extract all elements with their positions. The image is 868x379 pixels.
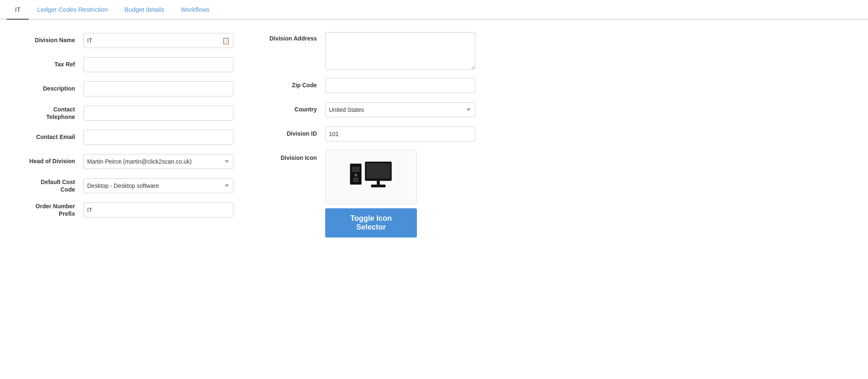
description-input[interactable] — [83, 81, 233, 96]
tab-ledger-codes[interactable]: Ledger Codes Restriction — [29, 0, 116, 19]
order-number-prefix-label: Order NumberPrefix — [17, 202, 83, 217]
zip-code-input[interactable] — [325, 78, 475, 93]
order-number-prefix-row: Order NumberPrefix — [17, 202, 233, 218]
zip-code-row: Zip Code — [258, 77, 475, 94]
contact-email-row: Contact Email — [17, 129, 233, 146]
division-icon-label: Division Icon — [258, 150, 325, 162]
zip-code-label: Zip Code — [258, 81, 325, 90]
right-column: Division Address Zip Code Country United… — [258, 32, 475, 245]
head-of-division-select[interactable]: Martin Peirce (martin@click2scan.co.uk) — [83, 154, 233, 169]
contact-email-input[interactable] — [83, 130, 233, 145]
svg-rect-8 — [371, 184, 386, 187]
division-id-input[interactable] — [325, 126, 475, 141]
main-content: Division Name 📋 Tax Ref Description Cont… — [0, 20, 868, 258]
computer-desktop-icon — [348, 158, 394, 196]
tab-workflows[interactable]: Workflows — [173, 0, 218, 19]
left-column: Division Name 📋 Tax Ref Description Cont… — [17, 32, 233, 245]
order-number-prefix-input[interactable] — [83, 202, 233, 217]
tab-bar: IT Ledger Codes Restriction Budget detai… — [0, 0, 868, 20]
division-id-row: Division ID — [258, 126, 475, 142]
contact-telephone-input[interactable] — [83, 106, 233, 121]
svg-rect-7 — [377, 181, 380, 184]
default-cost-code-label: Default CostCode — [17, 178, 83, 193]
head-of-division-label: Head of Division — [17, 157, 83, 166]
tab-it[interactable]: IT — [7, 0, 29, 20]
svg-rect-3 — [353, 178, 359, 179]
division-name-input[interactable] — [83, 33, 233, 48]
division-address-label: Division Address — [258, 32, 325, 43]
division-name-label: Division Name — [17, 36, 83, 45]
country-row: Country United States — [258, 101, 475, 118]
division-address-textarea[interactable] — [325, 32, 475, 70]
division-icon-row: Division Icon — [258, 150, 475, 238]
svg-rect-1 — [352, 167, 359, 172]
division-name-input-wrapper: 📋 — [83, 33, 233, 48]
description-label: Description — [17, 85, 83, 93]
tax-ref-input[interactable] — [83, 57, 233, 72]
country-select[interactable]: United States — [325, 102, 475, 117]
country-label: Country — [258, 106, 325, 114]
contact-telephone-row: ContactTelephone — [17, 105, 233, 121]
division-name-row: Division Name 📋 — [17, 32, 233, 49]
contact-email-label: Contact Email — [17, 133, 83, 141]
default-cost-code-row: Default CostCode Desktop - Desktop softw… — [17, 177, 233, 194]
tax-ref-label: Tax Ref — [17, 61, 83, 69]
division-address-row: Division Address — [258, 32, 475, 70]
division-id-label: Division ID — [258, 130, 325, 138]
svg-rect-6 — [366, 163, 390, 179]
head-of-division-row: Head of Division Martin Peirce (martin@c… — [17, 153, 233, 170]
svg-rect-4 — [353, 180, 359, 182]
division-icon-box — [325, 150, 417, 204]
toggle-icon-selector-button[interactable]: Toggle Icon Selector — [325, 208, 417, 238]
default-cost-code-select[interactable]: Desktop - Desktop software — [83, 178, 233, 193]
description-row: Description — [17, 81, 233, 97]
tax-ref-row: Tax Ref — [17, 56, 233, 73]
svg-point-2 — [354, 174, 357, 177]
tab-budget-details[interactable]: Budget details — [116, 0, 173, 19]
contact-telephone-label: ContactTelephone — [17, 106, 83, 121]
